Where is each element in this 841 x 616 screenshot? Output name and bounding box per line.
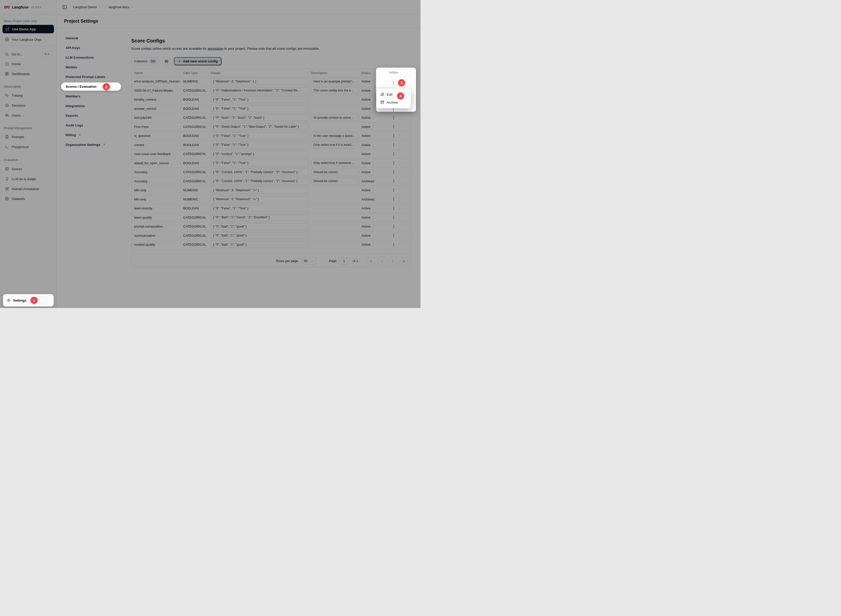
panel-left-icon[interactable] <box>62 5 67 10</box>
first-page-button[interactable]: « <box>367 257 375 265</box>
annotation-link[interactable]: annotation <box>208 47 223 50</box>
row-actions-cell[interactable] <box>376 216 410 219</box>
row-actions-cell[interactable] <box>376 116 410 120</box>
use-demo-app-button[interactable]: Use Demo App <box>3 25 54 33</box>
settings-nav-item-llm-connections[interactable]: LLM Connections <box>61 53 121 62</box>
table-row[interactable]: Accuracy CATEGORICAL { "0": "Correct, 10… <box>131 177 410 186</box>
row-actions-cell[interactable] <box>376 207 410 210</box>
table-row[interactable]: context-quality CATEGORICAL { "0": "bad"… <box>131 240 410 249</box>
table-row[interactable]: team-toxicity BOOLEAN { "0": "False", "1… <box>131 204 410 213</box>
last-page-button[interactable]: » <box>400 257 408 265</box>
sidebar-item-users[interactable]: Users <box>0 111 56 119</box>
table-row[interactable]: test-july14th CATEGORICAL { "0": "test1"… <box>131 113 410 122</box>
settings-nav-item-integrations[interactable]: Integrations <box>61 102 121 110</box>
sidebar-item-your-orgs[interactable]: Your Langfuse Orgs <box>0 36 56 43</box>
menu-item-edit[interactable]: Edit <box>376 90 411 98</box>
kebab-menu-icon[interactable] <box>392 134 396 138</box>
table-row[interactable]: Min only NUMERIC { "Minimum": 0, "Maximu… <box>131 186 410 195</box>
sidebar-item-home[interactable]: Home <box>0 60 56 67</box>
columns-button[interactable]: Columns 6/8 <box>131 57 160 65</box>
menu-item-archive[interactable]: Archive <box>376 98 411 106</box>
add-score-config-button[interactable]: Add new score config <box>174 57 221 65</box>
config-status: Archived <box>359 179 376 183</box>
kebab-menu-icon[interactable] <box>392 243 396 246</box>
kebab-menu-icon[interactable] <box>392 161 396 165</box>
kebab-menu-icon[interactable] <box>391 81 396 85</box>
row-actions-cell[interactable] <box>376 170 410 174</box>
table-row[interactable]: First Pass CATEGORICAL { "0": "Good Outp… <box>131 122 410 132</box>
kebab-menu-icon[interactable] <box>392 207 396 210</box>
row-actions-cell[interactable] <box>376 197 410 201</box>
kebab-menu-icon[interactable] <box>392 170 396 174</box>
table-row[interactable]: error-analysis_OffTopic_Human NUMERIC { … <box>131 77 410 86</box>
column-header-range[interactable]: Range <box>208 71 309 75</box>
kebab-menu-icon[interactable] <box>392 125 396 129</box>
kebab-menu-icon[interactable] <box>392 188 396 192</box>
sidebar-item-settings[interactable]: Settings 1 <box>3 294 54 307</box>
column-header-data-type[interactable]: Data Type <box>181 71 208 75</box>
breadcrumb-project[interactable]: langfuse-docs <box>109 5 134 9</box>
breadcrumb-org[interactable]: Langfuse Demo <box>73 5 101 9</box>
table-row[interactable]: 2025-08-27_Failure-Modes CATEGORICAL { "… <box>131 86 410 95</box>
settings-nav-item-general[interactable]: General <box>61 34 121 42</box>
settings-nav-item-scores-evaluation[interactable]: Scores / Evaluation <box>61 82 121 91</box>
row-actions-cell[interactable] <box>376 188 410 192</box>
row-height-button[interactable] <box>162 57 171 65</box>
column-header-status[interactable]: Status <box>359 71 376 75</box>
table-row[interactable]: Min only NUMERIC { "Minimum": 0, "Maximu… <box>131 195 410 204</box>
kebab-menu-icon[interactable] <box>392 216 396 219</box>
settings-nav-item-protected-prompt-labels[interactable]: Protected Prompt Labels <box>61 73 121 81</box>
column-header-name[interactable]: Name <box>131 71 181 75</box>
settings-nav-item-audit-logs[interactable]: Audit Logs <box>61 121 121 129</box>
sidebar-item-scores[interactable]: Scores <box>0 165 56 173</box>
table-row[interactable]: tonality_correct BOOLEAN { "0": "False",… <box>131 95 410 104</box>
row-actions-cell[interactable] <box>376 233 410 238</box>
row-actions-cell[interactable] <box>376 161 410 165</box>
row-actions-cell[interactable] <box>376 143 410 147</box>
sidebar-item-dashboards[interactable]: Dashboards <box>0 70 56 78</box>
sidebar-item-sessions[interactable]: Sessions <box>0 101 56 109</box>
table-row[interactable]: answer_correct BOOLEAN { "0": "False", "… <box>131 104 410 113</box>
table-row[interactable]: correct BOOLEAN { "0": "False", "1": "Tr… <box>131 141 410 150</box>
table-row[interactable]: summarization CATEGORICAL { "0": "bad", … <box>131 231 410 241</box>
kebab-menu-icon[interactable] <box>392 179 396 183</box>
kebab-menu-icon[interactable] <box>391 108 396 112</box>
next-page-button[interactable]: › <box>389 257 397 265</box>
row-actions-cell[interactable] <box>376 243 410 246</box>
config-name: Accuracy <box>131 170 181 174</box>
table-row[interactable]: team-quality CATEGORICAL { "0": "Bad", "… <box>131 213 410 222</box>
page-number-input[interactable]: 1 <box>338 257 350 264</box>
sidebar-item-prompts[interactable]: Prompts <box>0 133 56 141</box>
row-actions-cell[interactable] <box>376 224 410 229</box>
table-row[interactable]: asked_for_open_source BOOLEAN { "0": "Fa… <box>131 159 410 168</box>
settings-nav-item-members[interactable]: Members <box>61 92 121 100</box>
settings-nav-item-exports[interactable]: Exports <box>61 111 121 120</box>
table-row[interactable]: Accuracy CATEGORICAL { "0": "Correct, 10… <box>131 168 410 177</box>
sidebar-item-datasets[interactable]: Datasets <box>0 195 56 202</box>
kebab-menu-icon[interactable] <box>392 116 396 120</box>
sidebar-item-playground[interactable]: Playground <box>0 143 56 151</box>
prev-page-button[interactable]: ‹ <box>378 257 386 265</box>
row-actions-cell[interactable] <box>376 125 410 129</box>
go-to-search[interactable]: Go to... ⌘ K <box>0 50 56 58</box>
kebab-menu-icon[interactable] <box>392 224 396 229</box>
row-actions-cell[interactable] <box>376 152 410 156</box>
column-header-description[interactable]: Description <box>309 71 359 75</box>
settings-nav-item-organization-settings[interactable]: Organization Settings <box>61 141 121 149</box>
settings-nav-item-api-keys[interactable]: API Keys <box>61 44 121 52</box>
settings-nav-item-models[interactable]: Models <box>61 63 121 71</box>
table-row[interactable]: prompt-composition CATEGORICAL { "0": "b… <box>131 222 410 231</box>
kebab-menu-icon[interactable] <box>392 233 396 238</box>
table-row[interactable]: is_question BOOLEAN { "0": "False", "1":… <box>131 131 410 141</box>
sidebar-item-llm-judge[interactable]: LLM-as-a-Judge <box>0 175 56 183</box>
settings-nav-item-billing[interactable]: Billing <box>61 131 121 139</box>
rows-per-page-select[interactable]: 50 <box>301 257 316 264</box>
row-actions-cell[interactable] <box>376 179 410 183</box>
table-row[interactable]: core-issue-user-feedback CATEGORICAL { "… <box>131 150 410 159</box>
row-actions-cell[interactable] <box>376 134 410 138</box>
sidebar-item-tracing[interactable]: Tracing <box>0 92 56 99</box>
kebab-menu-icon[interactable] <box>392 197 396 201</box>
sidebar-item-human-annotation[interactable]: Human Annotation <box>0 185 56 192</box>
kebab-menu-icon[interactable] <box>392 143 396 147</box>
kebab-menu-icon[interactable] <box>392 152 396 156</box>
